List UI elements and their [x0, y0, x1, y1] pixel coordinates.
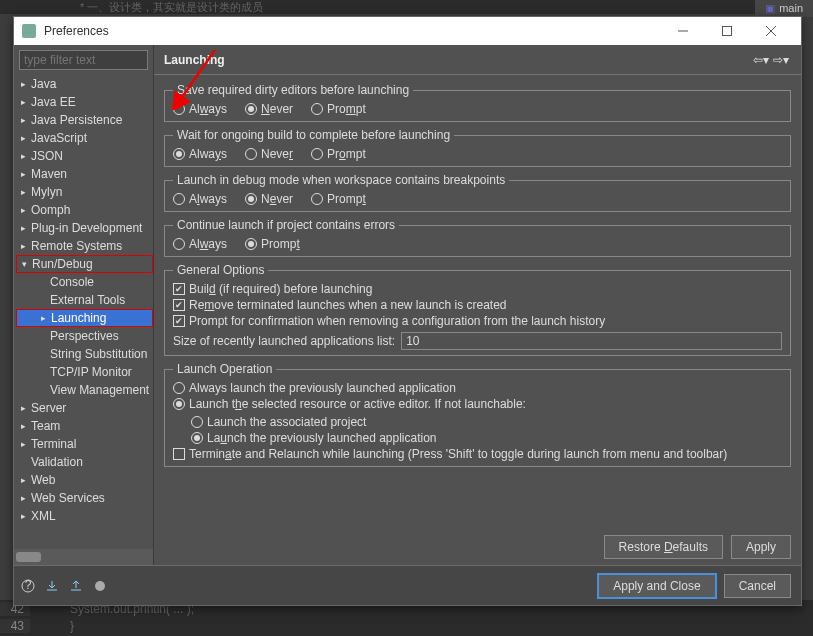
group-save: Save required dirty editors before launc… — [164, 83, 791, 122]
tree-item-external-tools[interactable]: External Tools — [16, 291, 153, 309]
content-pane: Launching ⇦▾ ⇨▾ Save required dirty edit… — [154, 45, 801, 565]
svg-text:?: ? — [25, 579, 32, 592]
check-general-2[interactable]: Prompt for confirmation when removing a … — [173, 314, 782, 328]
editor-bg-top: * 一、设计类，其实就是设计类的成员 — [0, 0, 813, 14]
legend-errors: Continue launch if project contains erro… — [173, 218, 399, 232]
tree-item-validation[interactable]: Validation — [16, 453, 153, 471]
tree-item-tcp-ip-monitor[interactable]: TCP/IP Monitor — [16, 363, 153, 381]
nav-back-button[interactable]: ⇦▾ — [751, 50, 771, 70]
rg-debug-never[interactable]: Never — [245, 192, 293, 206]
group-debug: Launch in debug mode when workspace cont… — [164, 173, 791, 212]
size-label: Size of recently launched applications l… — [173, 334, 395, 348]
tree-item-view-management[interactable]: View Management — [16, 381, 153, 399]
nav-forward-button[interactable]: ⇨▾ — [771, 50, 791, 70]
tree-item-json[interactable]: ▸JSON — [16, 147, 153, 165]
tree-item-web-services[interactable]: ▸Web Services — [16, 489, 153, 507]
group-errors: Continue launch if project contains erro… — [164, 218, 791, 257]
tree-item-server[interactable]: ▸Server — [16, 399, 153, 417]
tree-item-console[interactable]: Console — [16, 273, 153, 291]
tree-item-team[interactable]: ▸Team — [16, 417, 153, 435]
export-icon[interactable] — [67, 577, 85, 595]
tree-item-launching[interactable]: ▸Launching — [16, 309, 153, 327]
rg-errors-always[interactable]: Always — [173, 237, 227, 251]
help-icon[interactable]: ? — [19, 577, 37, 595]
filter-input[interactable] — [19, 50, 148, 70]
svg-rect-1 — [723, 27, 732, 36]
check-general-1[interactable]: Remove terminated launches when a new la… — [173, 298, 782, 312]
tree-item-string-substitution[interactable]: String Substitution — [16, 345, 153, 363]
tree-item-run-debug[interactable]: ▾Run/Debug — [16, 255, 153, 273]
titlebar[interactable]: Preferences — [14, 17, 801, 45]
tree-item-remote-systems[interactable]: ▸Remote Systems — [16, 237, 153, 255]
oomph-icon[interactable] — [91, 577, 109, 595]
dialog-footer: ? Apply and Close Cancel — [14, 565, 801, 605]
rg-debug-prompt[interactable]: Prompt — [311, 192, 366, 206]
tree-item-java-ee[interactable]: ▸Java EE — [16, 93, 153, 111]
cancel-button[interactable]: Cancel — [724, 574, 791, 598]
legend-operation: Launch Operation — [173, 362, 276, 376]
tree-item-terminal[interactable]: ▸Terminal — [16, 435, 153, 453]
restore-defaults-button[interactable]: Restore Defaults — [604, 535, 723, 559]
tree-item-maven[interactable]: ▸Maven — [16, 165, 153, 183]
legend-debug: Launch in debug mode when workspace cont… — [173, 173, 509, 187]
radio-launch-prev-sub[interactable]: Launch the previously launched applicati… — [191, 431, 782, 445]
tree-item-java[interactable]: ▸Java — [16, 75, 153, 93]
group-operation: Launch Operation Always launch the previ… — [164, 362, 791, 467]
app-icon — [22, 24, 36, 38]
tree-item-java-persistence[interactable]: ▸Java Persistence — [16, 111, 153, 129]
tree-item-xml[interactable]: ▸XML — [16, 507, 153, 525]
window-title: Preferences — [44, 24, 661, 38]
legend-save: Save required dirty editors before launc… — [173, 83, 413, 97]
check-general-0[interactable]: Build (if required) before launching — [173, 282, 782, 296]
check-terminate-relaunch[interactable]: Terminate and Relaunch while launching (… — [173, 447, 782, 461]
apply-and-close-button[interactable]: Apply and Close — [598, 574, 715, 598]
maximize-button[interactable] — [705, 18, 749, 44]
rg-errors-prompt[interactable]: Prompt — [245, 237, 300, 251]
preferences-tree[interactable]: ▸Java▸Java EE▸Java Persistence▸JavaScrip… — [14, 75, 153, 549]
group-wait: Wait for ongoing build to complete befor… — [164, 128, 791, 167]
rg-save-prompt[interactable]: Prompt — [311, 102, 366, 116]
import-icon[interactable] — [43, 577, 61, 595]
radio-launch-selected[interactable]: Launch the selected resource or active e… — [173, 397, 782, 411]
legend-wait: Wait for ongoing build to complete befor… — [173, 128, 454, 142]
rg-debug-always[interactable]: Always — [173, 192, 227, 206]
page-title: Launching — [164, 53, 751, 67]
svg-point-6 — [95, 581, 105, 591]
rg-wait-prompt[interactable]: Prompt — [311, 147, 366, 161]
radio-launch-previous[interactable]: Always launch the previously launched ap… — [173, 381, 782, 395]
rg-wait-always[interactable]: Always — [173, 147, 227, 161]
preferences-dialog: Preferences ▸Java▸Java EE▸Java Persisten… — [13, 16, 802, 606]
close-button[interactable] — [749, 18, 793, 44]
tree-pane: ▸Java▸Java EE▸Java Persistence▸JavaScrip… — [14, 45, 154, 565]
tree-item-javascript[interactable]: ▸JavaScript — [16, 129, 153, 147]
rg-save-always[interactable]: Always — [173, 102, 227, 116]
tree-hscroll[interactable] — [14, 549, 153, 565]
radio-launch-associated[interactable]: Launch the associated project — [191, 415, 782, 429]
tree-item-web[interactable]: ▸Web — [16, 471, 153, 489]
tree-item-perspectives[interactable]: Perspectives — [16, 327, 153, 345]
minimize-button[interactable] — [661, 18, 705, 44]
tree-item-plug-in-development[interactable]: ▸Plug-in Development — [16, 219, 153, 237]
rg-wait-never[interactable]: Never — [245, 147, 293, 161]
editor-tab-main[interactable]: main — [755, 0, 813, 17]
tree-item-oomph[interactable]: ▸Oomph — [16, 201, 153, 219]
apply-button[interactable]: Apply — [731, 535, 791, 559]
legend-general: General Options — [173, 263, 268, 277]
size-input[interactable] — [401, 332, 782, 350]
tree-item-mylyn[interactable]: ▸Mylyn — [16, 183, 153, 201]
group-general: General Options Build (if required) befo… — [164, 263, 791, 356]
rg-save-never[interactable]: Never — [245, 102, 293, 116]
